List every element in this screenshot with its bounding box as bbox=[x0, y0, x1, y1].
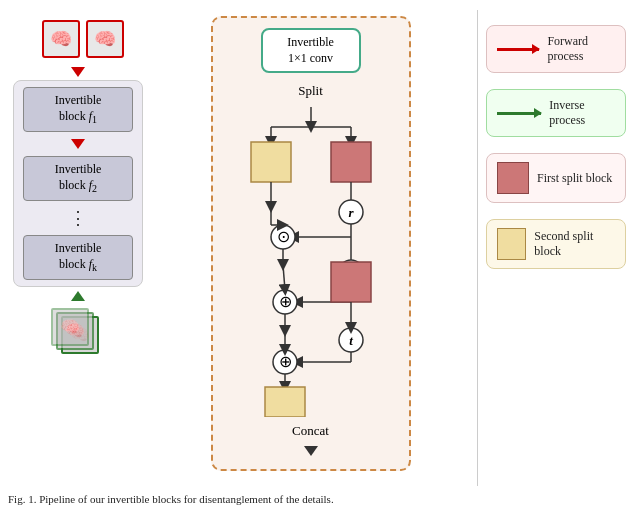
svg-text:t: t bbox=[349, 333, 353, 348]
brain-stack-1: 🧠 bbox=[51, 308, 89, 346]
dashed-box: Invertible1×1 conv Split bbox=[211, 16, 411, 471]
caption: Fig. 1. Pipeline of our invertible block… bbox=[0, 490, 640, 509]
dots: ⋮ bbox=[69, 207, 87, 229]
right-section: Forward process Inverse process First sp… bbox=[477, 10, 632, 486]
brain-image-2: 🧠 bbox=[86, 20, 124, 58]
arrow-up-green bbox=[71, 291, 85, 301]
svg-text:⊕: ⊕ bbox=[278, 293, 291, 310]
arrow-down-2 bbox=[71, 139, 85, 149]
legend-inverse-wrapper: Inverse process bbox=[486, 89, 626, 137]
middle-section: Invertible1×1 conv Split bbox=[148, 10, 473, 486]
block-fk: Invertibleblock fk bbox=[23, 235, 133, 280]
forward-process-label: Forward process bbox=[547, 34, 615, 64]
legend-forward-wrapper: Forward process bbox=[486, 25, 626, 73]
conv-box: Invertible1×1 conv bbox=[261, 28, 361, 73]
inverse-process-label: Inverse process bbox=[549, 98, 615, 128]
legend-pink-block bbox=[497, 162, 529, 194]
split-label: Split bbox=[298, 83, 323, 99]
brain-image-1: 🧠 bbox=[42, 20, 80, 58]
arrow-after-concat bbox=[304, 446, 318, 456]
svg-rect-38 bbox=[265, 387, 305, 417]
concat-label: Concat bbox=[292, 423, 329, 439]
main-container: 🧠 🧠 Invertibleblock f1 Invertibleblock f… bbox=[0, 0, 640, 490]
svg-rect-5 bbox=[251, 142, 291, 182]
svg-rect-6 bbox=[331, 142, 371, 182]
legend-second-split-wrapper: Second split block bbox=[486, 219, 626, 269]
brain-images-bottom: 🧠 🧠 🧠 bbox=[51, 308, 106, 360]
left-section: 🧠 🧠 Invertibleblock f1 Invertibleblock f… bbox=[8, 10, 148, 486]
block-f1: Invertibleblock f1 bbox=[23, 87, 133, 132]
block-f2: Invertibleblock f2 bbox=[23, 156, 133, 201]
flow-diagram: r ⊙ s bbox=[221, 107, 401, 417]
first-split-label: First split block bbox=[537, 171, 612, 186]
svg-text:⊙: ⊙ bbox=[276, 228, 289, 245]
svg-text:⊕: ⊕ bbox=[278, 353, 291, 370]
legend-green-arrow bbox=[497, 112, 541, 115]
legend-first-split-wrapper: First split block bbox=[486, 153, 626, 203]
svg-line-25 bbox=[283, 265, 285, 290]
second-split-label: Second split block bbox=[534, 229, 615, 259]
legend-cream-block bbox=[497, 228, 526, 260]
left-blocks-bg: Invertibleblock f1 Invertibleblock f2 ⋮ … bbox=[13, 80, 143, 287]
arrow-down-1 bbox=[71, 67, 85, 77]
legend-red-arrow bbox=[497, 48, 539, 51]
svg-rect-27 bbox=[331, 262, 371, 302]
brain-images-top: 🧠 🧠 bbox=[42, 20, 124, 58]
